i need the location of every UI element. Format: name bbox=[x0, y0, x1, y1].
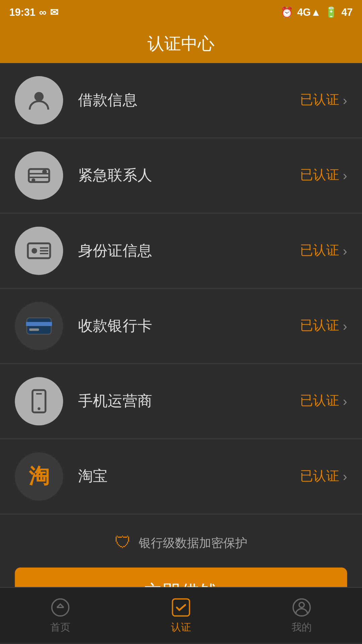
taobao-label: 淘宝 bbox=[78, 467, 300, 486]
emergency-contact-icon bbox=[15, 151, 63, 200]
loan-info-chevron: › bbox=[343, 93, 347, 108]
svg-point-16 bbox=[38, 407, 40, 410]
mobile-carrier-label: 手机运营商 bbox=[78, 391, 300, 411]
list-item-mobile-carrier[interactable]: 手机运营商 已认证 › bbox=[0, 364, 362, 439]
emergency-contact-status: 已认证 bbox=[300, 167, 339, 184]
emergency-contact-chevron: › bbox=[343, 168, 347, 183]
svg-point-5 bbox=[42, 169, 47, 174]
id-info-chevron: › bbox=[343, 244, 347, 258]
page-header: 认证中心 bbox=[0, 24, 362, 63]
home-icon bbox=[50, 597, 71, 617]
bank-card-icon-circle bbox=[15, 302, 63, 350]
signal-icon: 4G▲ bbox=[297, 6, 321, 17]
nav-item-home[interactable]: 首页 bbox=[0, 588, 121, 643]
loan-info-status: 已认证 bbox=[300, 92, 339, 109]
security-text: 银行级数据加密保护 bbox=[139, 535, 247, 551]
nav-label-auth: 认证 bbox=[171, 620, 191, 634]
loan-info-label: 借款信息 bbox=[78, 91, 300, 110]
nav-label-profile: 我的 bbox=[292, 620, 312, 634]
alarm-icon: ⏰ bbox=[281, 6, 294, 18]
battery-icon: 🔋 bbox=[325, 6, 338, 18]
taobao-char: 淘 bbox=[29, 463, 49, 490]
status-left: 19:31 ∞ ✉ bbox=[9, 6, 59, 18]
svg-point-4 bbox=[32, 178, 35, 182]
taobao-status: 已认证 bbox=[300, 468, 339, 485]
status-bar: 19:31 ∞ ✉ ⏰ 4G▲ 🔋 47 bbox=[0, 0, 362, 24]
loan-info-icon bbox=[15, 76, 63, 124]
id-info-label: 身份证信息 bbox=[78, 241, 300, 261]
taobao-icon-circle: 淘 bbox=[15, 452, 63, 501]
auth-icon bbox=[171, 597, 191, 617]
list-item-id-info[interactable]: 身份证信息 已认证 › bbox=[0, 214, 362, 289]
bank-card-chevron: › bbox=[343, 319, 347, 333]
page-title: 认证中心 bbox=[147, 33, 214, 55]
auth-list: 借款信息 已认证 › 紧急联系人 已认证 › bbox=[0, 63, 362, 515]
list-item-bank-card[interactable]: 收款银行卡 已认证 › bbox=[0, 289, 362, 364]
svg-rect-12 bbox=[26, 322, 52, 326]
list-item-emergency-contact[interactable]: 紧急联系人 已认证 › bbox=[0, 139, 362, 214]
bank-card-label: 收款银行卡 bbox=[78, 316, 300, 336]
bottom-nav: 首页 认证 我的 bbox=[0, 587, 362, 643]
mobile-carrier-icon bbox=[15, 377, 63, 425]
id-info-icon bbox=[15, 227, 63, 275]
mobile-carrier-chevron: › bbox=[343, 394, 347, 409]
mobile-carrier-status: 已认证 bbox=[300, 393, 339, 410]
nav-item-profile[interactable]: 我的 bbox=[241, 588, 362, 643]
infinity-icon: ∞ bbox=[39, 6, 47, 17]
taobao-chevron: › bbox=[343, 469, 347, 484]
shield-icon: 🛡 bbox=[115, 533, 131, 553]
list-item-loan-info[interactable]: 借款信息 已认证 › bbox=[0, 63, 362, 138]
svg-point-21 bbox=[299, 602, 304, 607]
svg-point-0 bbox=[34, 92, 44, 101]
nav-item-auth[interactable]: 认证 bbox=[121, 588, 241, 643]
emergency-contact-label: 紧急联系人 bbox=[78, 166, 300, 185]
time: 19:31 bbox=[9, 6, 36, 17]
list-item-taobao[interactable]: 淘 淘宝 已认证 › bbox=[0, 439, 362, 515]
battery-level: 47 bbox=[341, 6, 353, 17]
svg-rect-13 bbox=[29, 328, 39, 331]
status-right: ⏰ 4G▲ 🔋 47 bbox=[281, 6, 353, 18]
id-info-status: 已认证 bbox=[300, 243, 339, 259]
message-icon: ✉ bbox=[50, 6, 58, 18]
bank-card-status: 已认证 bbox=[300, 318, 339, 334]
nav-label-home: 首页 bbox=[50, 620, 71, 634]
svg-point-7 bbox=[32, 248, 37, 254]
profile-icon bbox=[292, 597, 312, 617]
security-notice: 🛡 银行级数据加密保护 bbox=[0, 515, 362, 568]
